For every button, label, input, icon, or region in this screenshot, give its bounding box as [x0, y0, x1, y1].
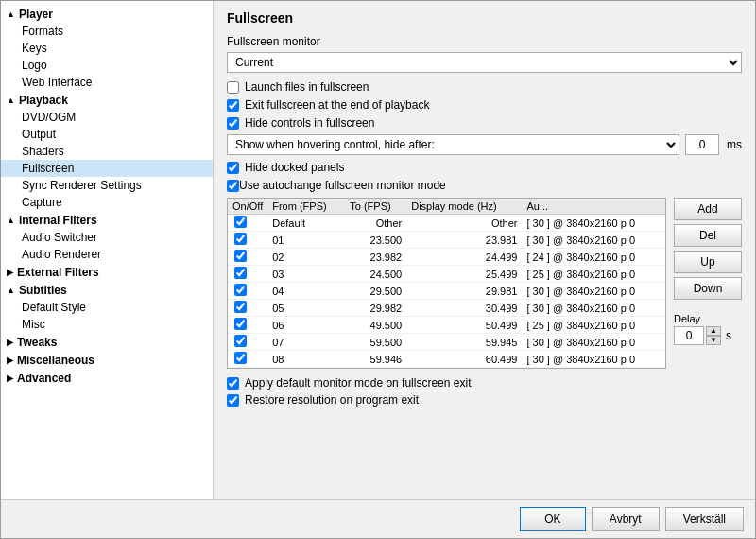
sidebar-group-miscellaneous[interactable]: ▶ Miscellaneous: [1, 351, 213, 369]
restore-resolution-label: Restore resolution on program exit: [245, 393, 419, 407]
del-button[interactable]: Del: [674, 224, 742, 247]
hover-delay-input[interactable]: [685, 134, 719, 155]
apply-button[interactable]: Verkställ: [665, 507, 744, 531]
hide-docked-label: Hide docked panels: [245, 161, 344, 174]
sidebar-item-sync[interactable]: Sync Renderer Settings: [1, 177, 213, 194]
launch-fullscreen-row: Launch files in fullscreen: [227, 80, 742, 94]
sidebar-item-defaultstyle[interactable]: Default Style: [1, 299, 213, 316]
monitor-select[interactable]: Current: [227, 52, 742, 73]
table-row[interactable]: 0223.98224.499[ 24 ] @ 3840x2160 p 0◀: [228, 249, 665, 266]
row-display: [ 30 ] @ 3840x2160 p 0: [522, 232, 665, 249]
sidebar-group-label-internalfilters: Internal Filters: [19, 214, 97, 227]
hide-controls-checkbox[interactable]: [227, 117, 239, 130]
sidebar-group-tweaks[interactable]: ▶ Tweaks: [1, 333, 213, 351]
row-id: 08: [267, 351, 345, 368]
row-checkbox[interactable]: [234, 335, 247, 347]
row-id: Default: [267, 215, 345, 232]
arrow-icon: ▶: [7, 374, 13, 383]
row-display: [ 30 ] @ 3840x2160 p 0: [522, 351, 665, 368]
exit-fullscreen-checkbox[interactable]: [227, 99, 239, 112]
apply-monitor-checkbox[interactable]: [227, 377, 239, 390]
sidebar-group-advanced[interactable]: ▶ Advanced: [1, 369, 213, 387]
hover-select[interactable]: Show when hovering control, hide after:: [227, 134, 679, 155]
sidebar-group-playback[interactable]: ▲ Playback: [1, 91, 213, 109]
row-id: 01: [267, 232, 345, 249]
sidebar-item-webinterface[interactable]: Web Interface: [1, 74, 213, 91]
spin-down-button[interactable]: ▼: [706, 336, 721, 345]
spin-up-button[interactable]: ▲: [706, 326, 721, 336]
sidebar-item-keys[interactable]: Keys: [1, 40, 213, 57]
delay-input[interactable]: [674, 326, 704, 345]
row-to: 29.981: [406, 283, 522, 300]
sidebar: ▲ Player Formats Keys Logo Web Interface…: [1, 1, 214, 499]
table-row[interactable]: 0324.50025.499[ 25 ] @ 3840x2160 p 0◀: [228, 266, 665, 283]
apply-monitor-row: Apply default monitor mode on fullscreen…: [227, 376, 742, 390]
row-to: 50.499: [406, 317, 522, 334]
row-checkbox[interactable]: [234, 318, 247, 330]
row-checkbox[interactable]: [234, 284, 247, 296]
fps-table: On/Off From (FPS) To (FPS) Display mode …: [228, 199, 665, 368]
sidebar-item-dvd[interactable]: DVD/OGM: [1, 109, 213, 126]
hover-row: Show when hovering control, hide after: …: [227, 134, 742, 155]
hide-docked-row: Hide docked panels: [227, 161, 742, 174]
restore-resolution-row: Restore resolution on program exit: [227, 393, 742, 407]
table-row[interactable]: 0649.50050.499[ 25 ] @ 3840x2160 p 0◀: [228, 317, 665, 334]
table-area: On/Off From (FPS) To (FPS) Display mode …: [227, 198, 742, 369]
sidebar-group-player[interactable]: ▲ Player: [1, 5, 213, 23]
row-to: 25.499: [406, 266, 522, 283]
autochange-checkbox[interactable]: [227, 180, 239, 192]
row-checkbox[interactable]: [234, 301, 247, 313]
up-button[interactable]: Up: [674, 251, 742, 273]
sidebar-item-output[interactable]: Output: [1, 126, 213, 143]
sidebar-item-fullscreen[interactable]: Fullscreen: [1, 160, 213, 177]
add-button[interactable]: Add: [674, 198, 742, 220]
row-display: [ 30 ] @ 3840x2160 p 0: [522, 283, 665, 300]
arrow-icon: ▶: [7, 356, 13, 365]
launch-fullscreen-checkbox[interactable]: [227, 81, 239, 94]
sidebar-group-externalfilters[interactable]: ▶ External Filters: [1, 263, 213, 281]
table-row[interactable]: 0123.50023.981[ 30 ] @ 3840x2160 p 0: [228, 232, 665, 249]
monitor-label: Fullscreen monitor: [227, 35, 742, 48]
arrow-icon: ▲: [7, 286, 15, 295]
row-checkbox[interactable]: [234, 250, 247, 262]
sidebar-item-shaders[interactable]: Shaders: [1, 143, 213, 160]
arrow-icon: ▲: [7, 9, 15, 19]
sidebar-group-subtitles[interactable]: ▲ Subtitles: [1, 281, 213, 299]
sidebar-item-logo[interactable]: Logo: [1, 57, 213, 74]
table-row[interactable]: 0859.94660.499[ 30 ] @ 3840x2160 p 0: [228, 351, 665, 368]
launch-fullscreen-label: Launch files in fullscreen: [245, 80, 369, 94]
sidebar-item-formats[interactable]: Formats: [1, 23, 213, 40]
delay-label: Delay: [674, 313, 700, 324]
ms-label: ms: [727, 138, 742, 151]
hide-docked-checkbox[interactable]: [227, 162, 239, 174]
sidebar-item-audiorenderer[interactable]: Audio Renderer: [1, 246, 213, 263]
down-button[interactable]: Down: [674, 277, 742, 300]
sidebar-item-audioswitcher[interactable]: Audio Switcher: [1, 229, 213, 246]
sidebar-item-misc[interactable]: Misc: [1, 316, 213, 333]
fps-table-container: On/Off From (FPS) To (FPS) Display mode …: [227, 198, 666, 369]
sidebar-group-internalfilters[interactable]: ▲ Internal Filters: [1, 211, 213, 229]
table-row[interactable]: DefaultOtherOther[ 30 ] @ 3840x2160 p 0: [228, 215, 665, 232]
delay-row: Delay ▲ ▼ s: [674, 313, 742, 345]
row-checkbox[interactable]: [234, 216, 247, 228]
cancel-button[interactable]: Avbryt: [592, 507, 660, 531]
row-from: 23.982: [345, 249, 406, 266]
main-panel: Fullscreen Fullscreen monitor Current La…: [214, 1, 755, 499]
row-from: 49.500: [345, 317, 406, 334]
row-display: [ 25 ] @ 3840x2160 p 0◀: [522, 266, 665, 283]
table-row[interactable]: 0429.50029.981[ 30 ] @ 3840x2160 p 0: [228, 283, 665, 300]
row-display: [ 30 ] @ 3840x2160 p 0: [522, 334, 665, 351]
restore-resolution-checkbox[interactable]: [227, 394, 239, 407]
ok-button[interactable]: OK: [520, 507, 586, 531]
row-checkbox[interactable]: [234, 233, 247, 245]
table-row[interactable]: 0759.50059.945[ 30 ] @ 3840x2160 p 0: [228, 334, 665, 351]
row-id: 02: [267, 249, 345, 266]
row-id: 03: [267, 266, 345, 283]
row-checkbox-cell: [228, 249, 267, 266]
hide-controls-label: Hide controls in fullscreen: [245, 116, 374, 130]
row-checkbox[interactable]: [234, 352, 247, 364]
table-row[interactable]: 0529.98230.499[ 30 ] @ 3840x2160 p 0: [228, 300, 665, 317]
col-header-from: From (FPS): [267, 199, 345, 215]
row-checkbox[interactable]: [234, 267, 247, 279]
sidebar-item-capture[interactable]: Capture: [1, 194, 213, 211]
